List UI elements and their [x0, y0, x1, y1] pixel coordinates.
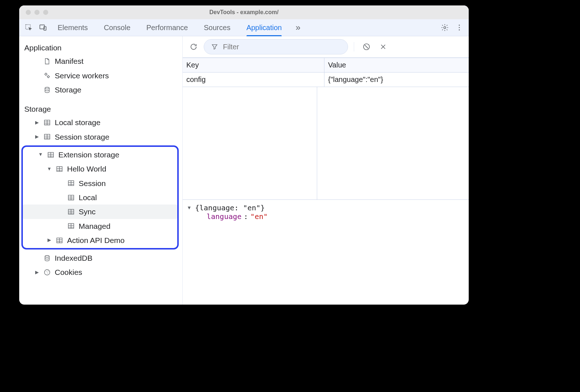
sidebar-item-local-storage[interactable]: ▶ Local storage [19, 115, 182, 129]
table-icon [67, 222, 75, 230]
refresh-icon[interactable] [187, 40, 200, 53]
more-tabs-icon[interactable]: » [295, 22, 300, 33]
sidebar-item-ext-area-managed[interactable]: Managed [23, 219, 177, 233]
collapse-icon[interactable]: ▼ [38, 152, 43, 158]
svg-point-4 [459, 25, 460, 26]
window-title: DevTools - example.com/ [19, 9, 469, 16]
minimize-dot[interactable] [34, 10, 40, 15]
gear-icon[interactable] [438, 21, 451, 34]
sidebar-item-ext-area-local[interactable]: Local [23, 190, 177, 205]
cell-key[interactable]: config [183, 73, 324, 87]
label: Sync [79, 207, 96, 216]
sidebar-item-ext-action-api-demo[interactable]: ▶ Action API Demo [23, 233, 177, 247]
col-header-value[interactable]: Value [324, 58, 469, 73]
title-bar: DevTools - example.com/ [19, 5, 469, 19]
value-viewer[interactable]: ▼ {language: "en"} language: "en" [183, 199, 469, 305]
table-empty-area[interactable] [183, 87, 469, 199]
svg-point-21 [46, 272, 47, 272]
sidebar-item-service-workers[interactable]: Service workers [19, 69, 182, 83]
table-icon [55, 236, 63, 244]
table-icon [55, 165, 63, 173]
table-icon [67, 208, 75, 216]
label: IndexedDB [55, 253, 92, 263]
label: Session storage [55, 132, 109, 142]
label: Service workers [55, 71, 109, 81]
expand-icon[interactable]: ▶ [34, 120, 40, 126]
sidebar-item-ext-area-session[interactable]: Session [23, 176, 177, 190]
sidebar-item-cookies[interactable]: ▶ Cookies [19, 265, 182, 279]
filter-input[interactable] [222, 42, 341, 51]
tab-strip: Elements Console Performance Sources App… [19, 19, 469, 36]
storage-panel: Key Value config {"language":"en"} ▼ {la… [182, 36, 469, 305]
filter-field[interactable] [204, 39, 348, 54]
storage-toolbar [183, 36, 469, 58]
col-header-key[interactable]: Key [183, 58, 324, 73]
viewer-value: "en" [250, 212, 268, 221]
svg-point-20 [45, 270, 50, 275]
label: Local [79, 193, 97, 202]
divider [354, 42, 354, 51]
inspect-icon[interactable] [22, 21, 35, 34]
collapse-icon[interactable]: ▼ [47, 166, 52, 172]
close-dot[interactable] [26, 10, 31, 15]
tab-application[interactable]: Application [246, 19, 282, 36]
tab-elements[interactable]: Elements [58, 19, 88, 36]
extension-storage-callout: ▼ Extension storage ▼ Hello World Sessio… [21, 145, 179, 249]
table-icon [47, 151, 55, 159]
section-application: Application [19, 41, 182, 54]
application-sidebar[interactable]: Application Manifest Service workers Sto… [19, 36, 182, 305]
svg-point-3 [444, 26, 446, 29]
svg-point-5 [459, 27, 460, 28]
cell-value[interactable]: {"language":"en"} [324, 73, 469, 87]
database-icon [43, 86, 51, 94]
svg-point-6 [459, 29, 460, 30]
sidebar-item-ext-area-sync[interactable]: Sync [23, 205, 177, 219]
sidebar-item-manifest[interactable]: Manifest [19, 54, 182, 68]
sidebar-item-indexeddb[interactable]: IndexedDB [19, 251, 182, 265]
svg-rect-2 [44, 26, 46, 30]
expand-icon[interactable]: ▶ [47, 237, 52, 243]
cookie-icon [43, 268, 51, 276]
svg-point-8 [47, 76, 49, 78]
delete-icon[interactable] [377, 40, 390, 53]
kebab-icon[interactable] [453, 21, 466, 34]
table-icon [67, 179, 75, 187]
label: Manifest [55, 56, 83, 66]
sidebar-item-session-storage[interactable]: ▶ Session storage [19, 130, 182, 144]
svg-point-23 [48, 271, 49, 272]
label: Storage [55, 85, 82, 95]
filter-icon [211, 43, 219, 51]
table-icon [43, 119, 51, 127]
label: Session [79, 178, 106, 188]
section-storage: Storage [19, 103, 182, 115]
label: Action API Demo [67, 235, 125, 245]
database-icon [43, 254, 51, 262]
devtools-window: DevTools - example.com/ Elements Console… [19, 5, 469, 305]
label: Extension storage [58, 150, 119, 160]
expand-icon[interactable]: ▶ [34, 269, 40, 276]
clear-all-icon[interactable] [360, 40, 373, 53]
tab-performance[interactable]: Performance [146, 19, 188, 36]
viewer-summary: {language: "en"} [195, 203, 265, 212]
zoom-dot[interactable] [43, 10, 48, 15]
expand-icon[interactable]: ▶ [34, 134, 40, 140]
label: Local storage [55, 117, 100, 127]
table-icon [67, 194, 75, 202]
tab-console[interactable]: Console [104, 19, 130, 36]
file-icon [43, 57, 51, 65]
sidebar-item-extension-storage[interactable]: ▼ Extension storage [23, 148, 177, 162]
sidebar-item-storage-overview[interactable]: Storage [19, 83, 182, 97]
collapse-icon[interactable]: ▼ [188, 203, 193, 212]
svg-point-7 [45, 73, 47, 75]
table-row[interactable]: config {"language":"en"} [183, 73, 469, 87]
window-controls[interactable] [19, 10, 48, 15]
label: Cookies [55, 267, 82, 277]
label: Hello World [67, 164, 106, 174]
sidebar-item-ext-hello-world[interactable]: ▼ Hello World [23, 162, 177, 176]
svg-point-9 [45, 87, 49, 89]
storage-table[interactable]: Key Value config {"language":"en"} [183, 58, 469, 199]
tab-sources[interactable]: Sources [204, 19, 230, 36]
table-icon [43, 133, 51, 141]
svg-point-22 [47, 273, 48, 273]
device-toolbar-icon[interactable] [37, 21, 50, 34]
